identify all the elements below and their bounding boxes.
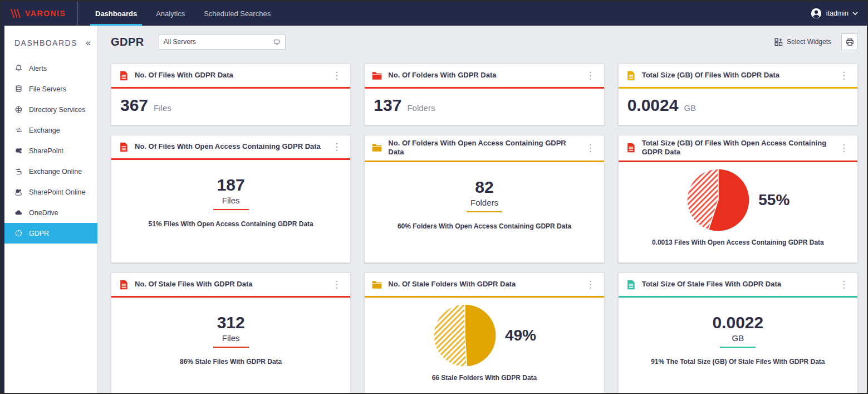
widgets-grid: No. Of Files With GDPR Data ⋮ 367 Files … [111,64,858,393]
sidebar-item-alerts[interactable]: Alerts [4,58,97,79]
widget-unit: Folders [470,198,498,207]
collapse-sidebar-button[interactable]: « [86,38,91,48]
widget-title: No. Of Folders With GDPR Data [388,71,583,80]
sidebar-item-file-servers[interactable]: File Servers [4,79,97,99]
widget-value-area: 137 Folders [365,89,604,125]
chevron-down-icon [852,12,858,16]
onedrive-icon [14,208,23,217]
sidebar-item-gdpr[interactable]: GDPR [4,223,97,244]
widget-header: No. Of Folders With GDPR Data ⋮ [365,64,604,89]
accent-underline [213,209,249,210]
sidebar-item-sharepoint[interactable]: SharePoint [4,140,97,161]
widget-title: Total Size Of Stale Files With GDPR Data [642,280,837,289]
sidebar-item-exchange-online[interactable]: Exchange Online [4,161,97,182]
nav-tabs: Dashboards Analytics Scheduled Searches [86,1,280,26]
avatar-icon [810,7,822,20]
folder-icon [371,279,382,290]
exchange-online-icon [14,167,23,176]
widget-title: Total Size (GB) Of Files With Open Acces… [642,139,837,157]
server-filter-dropdown[interactable]: All Servers [159,35,286,50]
widget-chart-area: 55% 0.0013 Files With Open Access Contai… [619,162,857,263]
widget-folders-with-gdpr-data: No. Of Folders With GDPR Data ⋮ 137 Fold… [364,64,604,125]
sharepoint-online-icon [14,188,23,196]
widget-value-area: 187 Files 51% Files With Open Access Con… [111,160,350,262]
main-panel: GDPR All Servers Select Widgets [98,26,867,393]
widget-total-size-files-gdpr: Total Size (GB) Of Files With GDPR Data … [618,64,858,125]
accent-underline [720,347,756,348]
widget-value: 0.0022 [712,313,763,332]
widget-caption: 66 Stale Folders With GDPR Data [424,373,545,383]
sidebar-item-directory-services[interactable]: Directory Services [4,99,97,120]
tab-analytics[interactable]: Analytics [146,1,194,26]
widget-header: No. Of Stale Folders With GDPR Data ⋮ [365,273,604,298]
widget-header: No. Of Files With Open Access Containing… [111,135,350,160]
username: itadmin [826,9,849,17]
widget-menu-icon[interactable]: ⋮ [583,279,597,290]
select-widgets-label: Select Widgets [787,38,831,46]
tab-scheduled-searches[interactable]: Scheduled Searches [194,1,280,26]
widget-value-area: 367 Files [111,89,350,125]
widget-value: 312 [217,313,245,332]
widget-unit: Files [222,333,240,343]
sidebar-item-onedrive[interactable]: OneDrive [4,202,97,223]
nav-divider [77,1,78,26]
widget-menu-icon[interactable]: ⋮ [837,279,851,290]
header-actions: Select Widgets [774,33,858,50]
widget-menu-icon[interactable]: ⋮ [583,70,597,81]
widget-menu-icon[interactable]: ⋮ [330,141,344,153]
widget-title: No. Of Files With GDPR Data [135,71,330,80]
widget-menu-icon[interactable]: ⋮ [583,142,597,154]
pie-percentage: 55% [758,191,789,209]
widget-title: No. Of Stale Folders With GDPR Data [388,280,583,289]
widget-files-with-gdpr-data: No. Of Files With GDPR Data ⋮ 367 Files [111,64,351,125]
folder-icon [371,70,382,81]
widget-caption: 86% Stale Files With GDPR Data [172,357,290,367]
widget-value: 82 [475,178,493,196]
sidebar-item-exchange[interactable]: Exchange [4,120,97,140]
widget-value: 187 [217,176,245,194]
widget-menu-icon[interactable]: ⋮ [330,279,344,290]
server-icon [273,38,281,46]
widget-value-area: 0.0022 GB 91% The Total Size (GB) Of Sta… [619,298,857,393]
widget-total-size-stale-files-gdpr: Total Size Of Stale Files With GDPR Data… [618,273,858,393]
accent-underline [213,347,249,348]
sidebar-item-label: Exchange Online [29,168,82,176]
widget-value-area: 312 Files 86% Stale Files With GDPR Data [111,298,350,393]
widget-title: Total Size (GB) Of Files With GDPR Data [642,71,837,80]
varonis-logo-icon [10,8,21,18]
widget-unit: GB [732,333,744,343]
widget-files-open-access-gdpr: No. Of Files With Open Access Containing… [111,135,351,263]
widget-unit: GB [684,103,696,113]
sidebar-item-label: File Servers [29,85,66,93]
widget-stale-folders-gdpr: No. Of Stale Folders With GDPR Data ⋮ 49… [364,273,604,393]
page-header: GDPR All Servers Select Widgets [111,33,858,50]
sidebar-item-label: SharePoint Online [29,188,85,196]
widget-title: No. Of Stale Files With GDPR Data [135,280,330,289]
sharepoint-icon [14,147,23,155]
widget-menu-icon[interactable]: ⋮ [330,70,344,81]
top-nav: VARONIS Dashboards Analytics Scheduled S… [1,1,867,26]
widget-unit: Folders [407,103,435,113]
sidebar-item-sharepoint-online[interactable]: SharePoint Online [4,182,97,202]
widget-menu-icon[interactable]: ⋮ [837,142,851,154]
select-widgets-button[interactable]: Select Widgets [774,37,831,47]
widget-title: No. Of Files With Open Access Containing… [135,142,330,151]
widget-header: No. Of Folders With Open Access Containi… [365,135,604,162]
user-menu[interactable]: itadmin [810,1,867,26]
varonis-logo: VARONIS [1,1,77,26]
bell-icon [14,64,23,72]
print-button[interactable] [841,33,858,50]
widget-unit: Files [154,103,171,113]
widget-header: Total Size (GB) Of Files With GDPR Data … [619,64,857,89]
file-icon [625,70,636,81]
tab-dashboards[interactable]: Dashboards [86,1,146,26]
widget-header: Total Size Of Stale Files With GDPR Data… [619,273,857,298]
brand-name: VARONIS [25,9,66,18]
pie-chart [433,303,497,368]
sidebar-item-label: GDPR [29,230,49,237]
page-title: GDPR [111,36,144,48]
widgets-grid-icon [774,37,783,47]
widget-title: No. Of Folders With Open Access Containi… [388,139,583,157]
sidebar-item-label: Alerts [29,65,47,72]
widget-menu-icon[interactable]: ⋮ [837,70,851,81]
